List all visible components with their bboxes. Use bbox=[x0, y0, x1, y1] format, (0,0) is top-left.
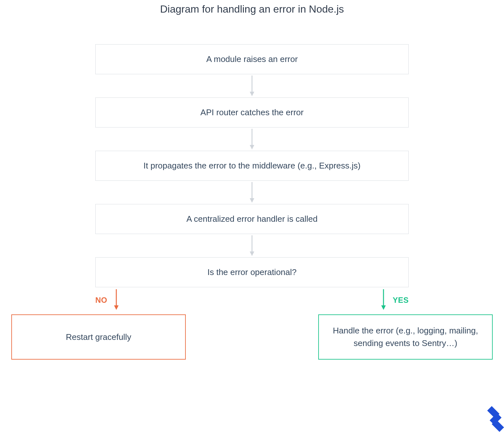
step-label: A centralized error handler is called bbox=[186, 214, 318, 224]
arrow-down-icon bbox=[113, 288, 120, 312]
step-api-router-catches: API router catches the error bbox=[95, 97, 409, 128]
step-label: API router catches the error bbox=[200, 107, 303, 117]
svg-marker-11 bbox=[381, 305, 386, 310]
arrow-down-icon bbox=[249, 181, 255, 204]
svg-marker-9 bbox=[114, 305, 119, 310]
step-centralized-handler: A centralized error handler is called bbox=[95, 204, 409, 234]
result-label: Restart gracefully bbox=[66, 331, 131, 343]
branch-no-label: NO bbox=[95, 296, 107, 305]
flowchart: A module raises an error API router catc… bbox=[0, 44, 504, 360]
branch-yes-label: YES bbox=[393, 296, 409, 305]
decision-branches: NO YES bbox=[95, 287, 409, 313]
step-label: Is the error operational? bbox=[207, 267, 297, 277]
step-label: It propagates the error to the middlewar… bbox=[143, 161, 361, 171]
branch-no: NO bbox=[95, 287, 120, 313]
svg-marker-7 bbox=[250, 251, 254, 256]
svg-marker-1 bbox=[250, 92, 254, 96]
step-propagate-middleware: It propagates the error to the middlewar… bbox=[95, 151, 409, 181]
arrow-down-icon bbox=[380, 288, 387, 312]
diagram-title: Diagram for handling an error in Node.js bbox=[0, 0, 504, 15]
toptal-logo-icon bbox=[484, 406, 504, 433]
step-is-operational: Is the error operational? bbox=[95, 257, 409, 287]
arrow-down-icon bbox=[249, 128, 255, 151]
result-label: Handle the error (e.g., logging, mailing… bbox=[332, 324, 479, 350]
result-restart-gracefully: Restart gracefully bbox=[11, 314, 186, 360]
svg-marker-3 bbox=[250, 145, 254, 149]
svg-marker-5 bbox=[250, 198, 254, 203]
branch-yes: YES bbox=[380, 287, 409, 313]
arrow-down-icon bbox=[249, 234, 255, 257]
step-label: A module raises an error bbox=[206, 54, 298, 64]
arrow-down-icon bbox=[249, 74, 255, 97]
result-handle-error: Handle the error (e.g., logging, mailing… bbox=[318, 314, 493, 360]
result-row: Restart gracefully Handle the error (e.g… bbox=[11, 314, 493, 360]
step-module-raises-error: A module raises an error bbox=[95, 44, 409, 74]
